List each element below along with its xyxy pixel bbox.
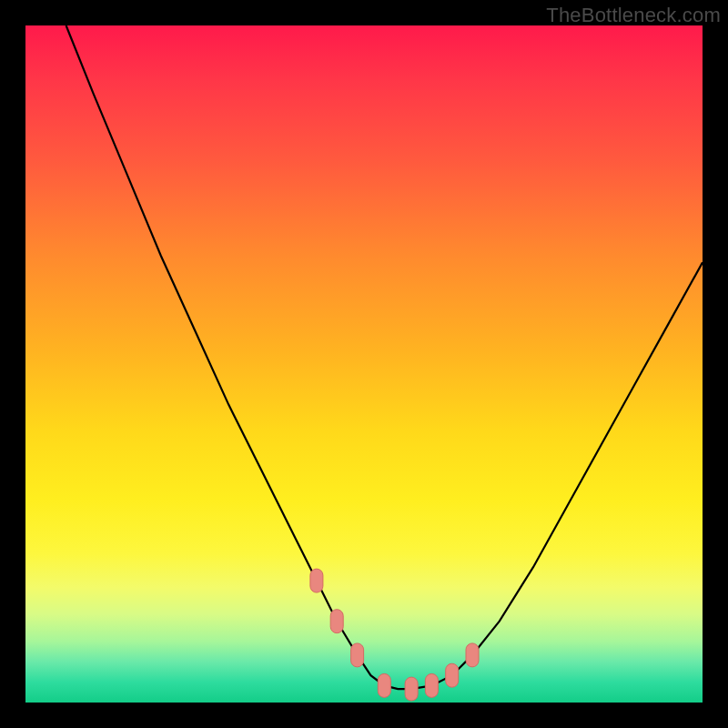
highlight-marker	[466, 643, 479, 667]
highlight-markers	[310, 569, 479, 701]
curve-layer	[25, 25, 703, 703]
highlight-marker	[446, 663, 459, 687]
chart-frame: TheBottleneck.com	[0, 0, 728, 728]
highlight-marker	[378, 673, 390, 697]
bottleneck-curve	[66, 25, 703, 689]
plot-area	[25, 25, 703, 703]
highlight-marker	[405, 677, 418, 701]
highlight-marker	[310, 569, 323, 592]
highlight-marker	[330, 610, 343, 633]
highlight-marker	[351, 643, 364, 667]
highlight-marker	[425, 673, 438, 697]
attribution-text: TheBottleneck.com	[546, 4, 721, 27]
